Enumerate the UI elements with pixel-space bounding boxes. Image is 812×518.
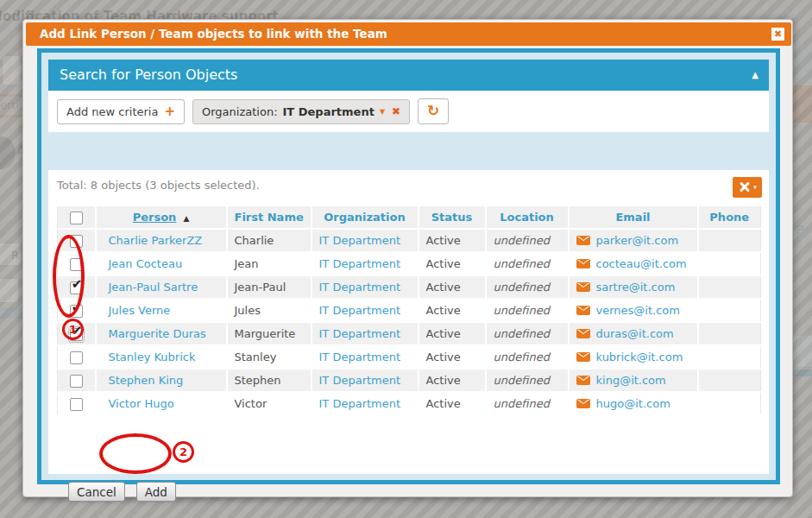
- table-config-button[interactable]: ▾: [733, 177, 762, 198]
- dialog-footer: Cancel Add: [68, 482, 176, 502]
- add-criteria-label: Add new criteria: [66, 105, 158, 118]
- status-value: Active: [426, 351, 461, 363]
- row-checkbox[interactable]: [70, 375, 83, 388]
- email-link[interactable]: vernes@it.com: [596, 304, 680, 317]
- location-cell: undefined: [486, 392, 569, 415]
- first-cell: Jules: [227, 299, 312, 322]
- table-header: Person▲First NameOrganizationStatusLocat…: [58, 206, 761, 229]
- status-value: Active: [426, 397, 461, 410]
- column-header-loc[interactable]: Location: [486, 206, 569, 229]
- organization-link[interactable]: IT Department: [319, 397, 401, 410]
- status-value: Active: [426, 234, 461, 247]
- dialog-title: Add Link Person / Team objects to link w…: [40, 27, 387, 41]
- person-link[interactable]: Stephen King: [109, 374, 184, 387]
- status-value: Active: [426, 281, 461, 294]
- email-link[interactable]: hugo@it.com: [596, 397, 670, 410]
- dialog-titlebar[interactable]: Add Link Person / Team objects to link w…: [26, 22, 791, 46]
- search-panel-title: Search for Person Objects: [60, 66, 237, 83]
- chevron-down-icon[interactable]: ▼: [380, 108, 385, 116]
- screen: Modification of Team Hardware support er…: [0, 0, 812, 518]
- email-link[interactable]: parker@it.com: [596, 234, 679, 247]
- person-link[interactable]: Stanley Kubrick: [109, 351, 196, 363]
- organization-link[interactable]: IT Department: [319, 234, 401, 247]
- person-cell: Jean Cocteau: [96, 252, 227, 275]
- email-cell: sartre@it.com: [569, 275, 698, 299]
- phone-cell: [698, 275, 761, 299]
- add-link-dialog: Add Link Person / Team objects to link w…: [22, 19, 793, 497]
- person-link[interactable]: Jean-Paul Sartre: [109, 281, 198, 294]
- person-cell: Marguerite Duras: [96, 322, 227, 345]
- phone-cell: [698, 369, 761, 392]
- person-cell: Charlie ParkerZZ: [96, 229, 227, 252]
- email-link[interactable]: king@it.com: [596, 374, 666, 387]
- column-header-first[interactable]: First Name: [227, 206, 312, 229]
- dialog-content-frame: Search for Person Objects ▲ Add new crit…: [37, 48, 780, 484]
- person-link[interactable]: Charlie ParkerZZ: [109, 234, 203, 247]
- column-header-person[interactable]: Person▲: [96, 206, 227, 229]
- person-link[interactable]: Jules Verne: [109, 304, 171, 317]
- person-cell: Victor Hugo: [96, 392, 227, 415]
- row-checkbox[interactable]: [70, 398, 83, 411]
- row-checkbox[interactable]: [70, 281, 83, 294]
- results-summary: Total: 8 objects (3 objects selected).: [57, 177, 760, 194]
- add-button[interactable]: Add: [136, 482, 176, 502]
- column-header-email[interactable]: Email: [569, 206, 698, 229]
- criteria-pill-organization[interactable]: Organization: IT Department ▼ ✖: [192, 99, 410, 124]
- row-checkbox[interactable]: [70, 235, 83, 248]
- phone-cell: [698, 299, 761, 322]
- row-checkbox[interactable]: [70, 328, 83, 341]
- table-row: Jean CocteauJeanIT DepartmentActiveundef…: [58, 252, 761, 275]
- table-row: Victor HugoVictorIT DepartmentActiveunde…: [58, 392, 761, 415]
- person-link[interactable]: Marguerite Duras: [109, 327, 206, 340]
- first-value: Jean-Paul: [235, 281, 286, 294]
- collapse-icon[interactable]: ▲: [752, 60, 758, 91]
- email-icon: [576, 376, 590, 385]
- organization-link[interactable]: IT Department: [319, 281, 401, 294]
- organization-link[interactable]: IT Department: [319, 304, 401, 317]
- row-select-cell: [58, 275, 96, 299]
- row-checkbox[interactable]: [70, 305, 83, 318]
- column-header-phone[interactable]: Phone: [698, 206, 761, 229]
- row-checkbox[interactable]: [70, 351, 83, 364]
- organization-link[interactable]: IT Department: [319, 374, 401, 387]
- status-cell: Active: [419, 345, 486, 369]
- first-value: Jules: [235, 304, 261, 317]
- email-link[interactable]: cocteau@it.com: [596, 257, 687, 270]
- phone-cell: [698, 392, 761, 415]
- organization-cell: IT Department: [312, 275, 419, 299]
- email-link[interactable]: sartre@it.com: [596, 281, 676, 294]
- cancel-button[interactable]: Cancel: [68, 482, 125, 502]
- column-label: Location: [500, 211, 554, 224]
- email-link[interactable]: duras@it.com: [596, 327, 674, 340]
- person-link[interactable]: Victor Hugo: [109, 397, 174, 410]
- location-cell: undefined: [486, 345, 569, 369]
- first-cell: Charlie: [227, 229, 312, 252]
- location-cell: undefined: [486, 229, 569, 252]
- organization-link[interactable]: IT Department: [319, 257, 401, 270]
- column-header-org[interactable]: Organization: [312, 206, 419, 229]
- first-value: Jean: [235, 257, 259, 270]
- person-link[interactable]: Jean Cocteau: [109, 257, 183, 270]
- organization-link[interactable]: IT Department: [319, 327, 401, 340]
- person-cell: Jean-Paul Sartre: [96, 275, 227, 299]
- row-select-cell: [58, 299, 96, 322]
- status-cell: Active: [419, 322, 486, 345]
- organization-cell: IT Department: [312, 392, 419, 415]
- close-icon[interactable]: ✖: [770, 26, 786, 42]
- status-cell: Active: [419, 299, 486, 322]
- refresh-button[interactable]: ↻: [418, 98, 449, 124]
- organization-link[interactable]: IT Department: [319, 351, 401, 363]
- select-all-header[interactable]: [58, 206, 96, 229]
- first-cell: Victor: [227, 392, 312, 415]
- first-cell: Stanley: [227, 345, 312, 369]
- row-select-cell: [58, 252, 96, 275]
- organization-cell: IT Department: [312, 299, 419, 322]
- row-checkbox[interactable]: [70, 258, 83, 271]
- select-all-checkbox[interactable]: [70, 212, 83, 224]
- remove-criteria-icon[interactable]: ✖: [392, 105, 400, 117]
- email-icon: [576, 259, 590, 268]
- column-header-status[interactable]: Status: [419, 206, 486, 229]
- add-criteria-button[interactable]: Add new criteria +: [57, 99, 185, 124]
- email-link[interactable]: kubrick@it.com: [596, 351, 683, 363]
- search-panel-header[interactable]: Search for Person Objects ▲: [48, 60, 769, 91]
